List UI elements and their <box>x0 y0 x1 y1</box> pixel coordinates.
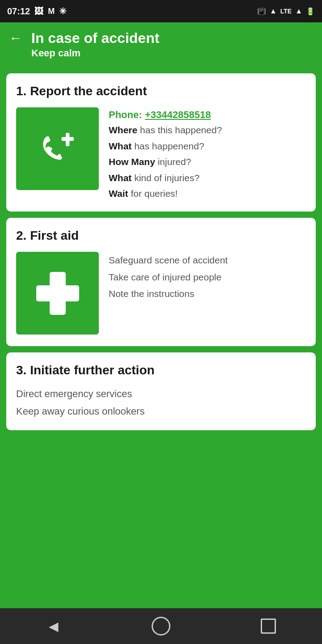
safeguard-line: Safeguard scene of accident <box>109 254 228 267</box>
phone-icon-box <box>16 107 99 190</box>
keep-away-line: Keep away curious onlookers <box>16 404 306 419</box>
take-care-line: Take care of injured people <box>109 271 228 284</box>
svg-rect-1 <box>61 137 74 140</box>
card1-title: 1. Report the accident <box>16 84 306 98</box>
card1-body: Phone: +33442858518 Where has this happe… <box>16 107 306 200</box>
email-icon: M <box>48 7 55 16</box>
page-subtitle: Keep calm <box>31 47 159 59</box>
note-instructions-line: Note the instructions <box>109 287 228 300</box>
pinwheel-icon: ✳ <box>59 6 67 17</box>
nav-bar <box>0 608 322 644</box>
what-line1: What has happenend? <box>109 140 222 153</box>
page-title: In case of accident <box>31 30 159 47</box>
status-time: 07:12 <box>7 6 30 17</box>
card-first-aid: 2. First aid Safeguard scene of accident… <box>6 218 316 346</box>
first-aid-cross-icon <box>31 267 85 320</box>
status-bar: 07:12 🖼 M ✳ 📳 ▲ LTE ▲ 🔋 <box>0 0 322 22</box>
nav-home-button[interactable] <box>148 613 174 640</box>
vibrate-icon: 📳 <box>257 7 266 16</box>
phone-link[interactable]: +33442858518 <box>145 109 211 120</box>
card3-title: 3. Initiate further action <box>16 363 306 377</box>
status-bar-left: 07:12 🖼 M ✳ <box>7 6 67 17</box>
svg-rect-3 <box>36 285 79 301</box>
nav-home-circle-icon <box>152 617 170 636</box>
phone-label: Phone: <box>109 109 142 120</box>
card1-text: Phone: +33442858518 Where has this happe… <box>109 107 222 200</box>
lte-label: LTE <box>280 8 292 15</box>
back-button[interactable]: ← <box>9 31 22 45</box>
photo-icon: 🖼 <box>34 6 43 17</box>
how-many-line: How Many injured? <box>109 155 222 168</box>
wait-line: Wait for queries! <box>109 187 222 200</box>
direct-emergency-line: Direct emergency services <box>16 386 306 401</box>
card3-text: Direct emergency services Keep away curi… <box>16 386 306 419</box>
card2-title: 2. First aid <box>16 229 306 243</box>
card-further-action: 3. Initiate further action Direct emerge… <box>6 352 316 430</box>
toolbar-titles: In case of accident Keep calm <box>31 30 159 59</box>
toolbar: ← In case of accident Keep calm <box>0 22 322 68</box>
card2-text: Safeguard scene of accident Take care of… <box>109 252 228 300</box>
status-bar-right: 📳 ▲ LTE ▲ 🔋 <box>257 7 315 16</box>
first-aid-icon-box <box>16 252 99 335</box>
nav-back-button[interactable] <box>40 613 67 640</box>
nav-recents-button[interactable] <box>255 613 282 640</box>
nav-back-icon <box>49 619 59 634</box>
main-content: 1. Report the accident <box>0 68 322 608</box>
card2-body: Safeguard scene of accident Take care of… <box>16 252 306 335</box>
battery-icon: 🔋 <box>306 7 315 16</box>
phone-line: Phone: +33442858518 <box>109 109 222 121</box>
phone-plus-icon <box>31 122 85 176</box>
signal-icon: ▲ <box>295 7 302 15</box>
what-line2: What kind of injuries? <box>109 171 222 184</box>
where-line: Where has this happened? <box>109 123 222 136</box>
card-report-accident: 1. Report the accident <box>6 73 316 212</box>
nav-recents-square-icon <box>261 619 276 634</box>
wifi-icon: ▲ <box>270 7 277 15</box>
